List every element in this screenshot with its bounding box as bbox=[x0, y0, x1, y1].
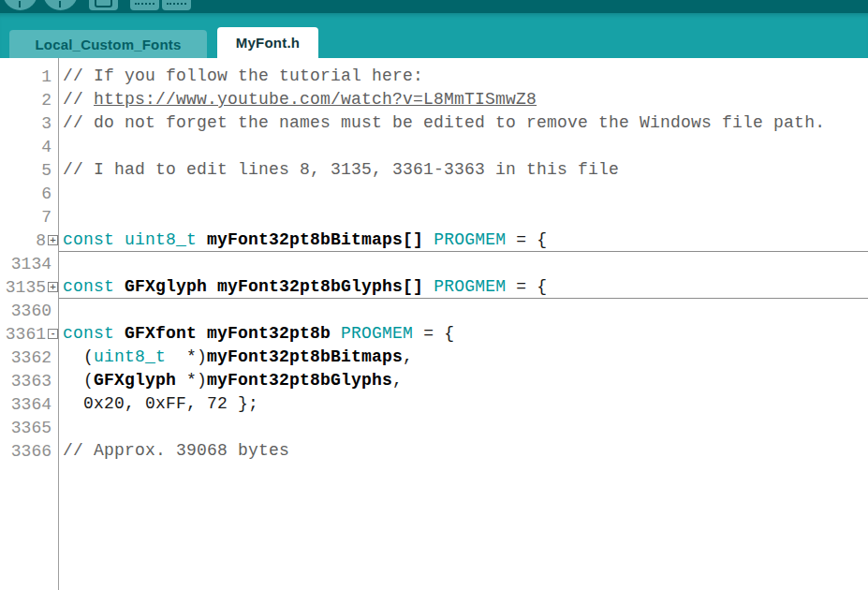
code-line: 3134 bbox=[0, 252, 868, 275]
line-number: 3366 bbox=[0, 439, 59, 463]
new-sketch-button[interactable] bbox=[89, 0, 118, 10]
code-line: 3365 bbox=[0, 416, 868, 439]
line-number: 3 bbox=[0, 111, 59, 135]
tab-label: MyFont.h bbox=[236, 35, 300, 51]
line-number-text: 7 bbox=[41, 208, 51, 227]
code-line-text[interactable]: const uint8_t myFont32pt8bBitmaps[] PROG… bbox=[59, 229, 868, 252]
code-editor: 1// If you follow the tutorial here:2// … bbox=[0, 58, 868, 590]
code-line: 3364 0x20, 0xFF, 72 }; bbox=[0, 392, 868, 416]
code-segment-pl bbox=[331, 324, 341, 343]
line-number: 3362 bbox=[0, 346, 59, 369]
code-segment-cm: // do not forget the names must be edite… bbox=[63, 113, 825, 132]
line-number-text: 3364 bbox=[11, 395, 51, 414]
line-number-text: 4 bbox=[41, 138, 51, 156]
code-line-text[interactable]: // Approx. 39068 bytes bbox=[59, 439, 868, 463]
code-line-text[interactable]: (uint8_t *)myFont32pt8bBitmaps, bbox=[59, 346, 868, 369]
code-line-text[interactable]: // do not forget the names must be edite… bbox=[59, 111, 868, 135]
code-line-text[interactable] bbox=[59, 205, 868, 229]
code-segment-pl: = { bbox=[506, 277, 547, 296]
code-line: 3366// Approx. 39068 bytes bbox=[0, 439, 868, 463]
line-number-text: 6 bbox=[41, 184, 51, 203]
tab-bar: Local_Custom_Fonts MyFont.h bbox=[0, 13, 868, 58]
code-segment-id: myFont32pt8bBitmaps[] bbox=[207, 230, 423, 249]
line-number: 3135+ bbox=[0, 275, 59, 299]
fold-expand-icon[interactable]: + bbox=[48, 282, 58, 292]
code-line: 3// do not forget the names must be edit… bbox=[0, 111, 868, 135]
code-segment-cm: // bbox=[63, 90, 94, 109]
save-button[interactable] bbox=[162, 0, 191, 10]
code-segment-kw: PROGMEM bbox=[341, 324, 413, 343]
code-line-text[interactable]: // If you follow the tutorial here: bbox=[59, 65, 868, 88]
code-line: 7 bbox=[0, 205, 868, 229]
tab-local-custom-fonts[interactable]: Local_Custom_Fonts bbox=[9, 30, 207, 58]
line-number-text: 3365 bbox=[11, 419, 51, 437]
code-segment-pl bbox=[197, 230, 207, 249]
open-icon bbox=[135, 3, 154, 5]
code-segment-pl: *) bbox=[176, 371, 207, 390]
fold-expand-icon[interactable]: + bbox=[48, 235, 58, 245]
code-segment-id: GFXfont bbox=[125, 324, 197, 343]
code-segment-pl bbox=[207, 277, 217, 296]
line-number: 4 bbox=[0, 135, 59, 158]
code-line-text[interactable]: (GFXglyph *)myFont32pt8bGlyphs, bbox=[59, 369, 868, 392]
code-area[interactable]: 1// If you follow the tutorial here:2// … bbox=[0, 58, 868, 463]
code-segment-kw: const bbox=[63, 277, 114, 296]
line-number: 6 bbox=[0, 182, 59, 205]
code-segment-pl bbox=[114, 277, 125, 296]
code-segment-pl: = { bbox=[506, 230, 547, 249]
code-line-text[interactable]: const GFXglyph myFont32pt8bGlyphs[] PROG… bbox=[59, 275, 868, 299]
code-segment-kw: PROGMEM bbox=[434, 277, 506, 296]
code-line: 3362 (uint8_t *)myFont32pt8bBitmaps, bbox=[0, 346, 868, 369]
code-segment-pl: ( bbox=[63, 371, 94, 390]
open-button[interactable] bbox=[130, 0, 159, 10]
code-segment-pl: *) bbox=[166, 347, 207, 366]
code-segment-cm: // I had to edit lines 8, 3135, 3361-336… bbox=[63, 160, 619, 179]
code-segment-kw: const bbox=[63, 324, 114, 343]
code-segment-kw: uint8_t bbox=[94, 347, 166, 366]
code-line-text[interactable] bbox=[59, 416, 868, 439]
code-line-text[interactable] bbox=[59, 135, 868, 158]
code-line: 3135+const GFXglyph myFont32pt8bGlyphs[]… bbox=[0, 275, 868, 299]
code-segment-cm: // Approx. 39068 bytes bbox=[63, 441, 289, 460]
code-line: 3360 bbox=[0, 299, 868, 322]
line-number-text: 5 bbox=[41, 161, 51, 180]
tab-myfont-h[interactable]: MyFont.h bbox=[217, 27, 318, 58]
line-number-text: 3366 bbox=[11, 442, 51, 461]
toolbar bbox=[0, 0, 868, 13]
line-number-text: 3 bbox=[41, 114, 51, 133]
line-number: 3360 bbox=[0, 299, 59, 322]
code-line-text[interactable] bbox=[59, 252, 868, 275]
code-segment-id: myFont32pt8bGlyphs bbox=[207, 371, 392, 390]
verify-button[interactable] bbox=[3, 0, 37, 10]
code-line: 4 bbox=[0, 135, 868, 158]
line-number: 3364 bbox=[0, 392, 59, 416]
fold-collapse-icon[interactable]: - bbox=[48, 329, 58, 339]
line-number: 3365 bbox=[0, 416, 59, 439]
code-segment-pl bbox=[423, 277, 434, 296]
line-number-text: 3360 bbox=[11, 302, 51, 320]
line-number-text: 3135 bbox=[6, 278, 46, 297]
code-line-text[interactable]: // https://www.youtube.com/watch?v=L8MmT… bbox=[59, 88, 868, 111]
code-segment-cm: // If you follow the tutorial here: bbox=[63, 66, 423, 85]
code-line-text[interactable]: const GFXfont myFont32pt8b PROGMEM = { bbox=[59, 322, 868, 346]
code-line-text[interactable]: // I had to edit lines 8, 3135, 3361-336… bbox=[59, 158, 868, 182]
code-segment-id: myFont32pt8bGlyphs[] bbox=[217, 277, 423, 296]
code-segment-pl: , bbox=[392, 371, 403, 390]
code-segment-pl bbox=[197, 324, 207, 343]
code-segment-kw: uint8_t bbox=[125, 230, 197, 249]
code-line: 3363 (GFXglyph *)myFont32pt8bGlyphs, bbox=[0, 369, 868, 392]
code-line-text[interactable]: 0x20, 0xFF, 72 }; bbox=[59, 392, 868, 416]
line-number-text: 2 bbox=[41, 91, 51, 110]
line-number: 3363 bbox=[0, 369, 59, 392]
code-line-text[interactable] bbox=[59, 299, 868, 322]
code-segment-pl: ( bbox=[63, 347, 94, 366]
code-segment-pl: = { bbox=[413, 324, 454, 343]
code-segment-pl bbox=[114, 324, 125, 343]
code-segment-pl: 0x20, 0xFF, 72 }; bbox=[63, 394, 258, 413]
code-line: 6 bbox=[0, 182, 868, 205]
code-line: 8+const uint8_t myFont32pt8bBitmaps[] PR… bbox=[0, 229, 868, 252]
code-line-text[interactable] bbox=[59, 182, 868, 205]
save-icon bbox=[167, 3, 186, 5]
code-line: 5// I had to edit lines 8, 3135, 3361-33… bbox=[0, 158, 868, 182]
upload-button[interactable] bbox=[43, 0, 78, 10]
